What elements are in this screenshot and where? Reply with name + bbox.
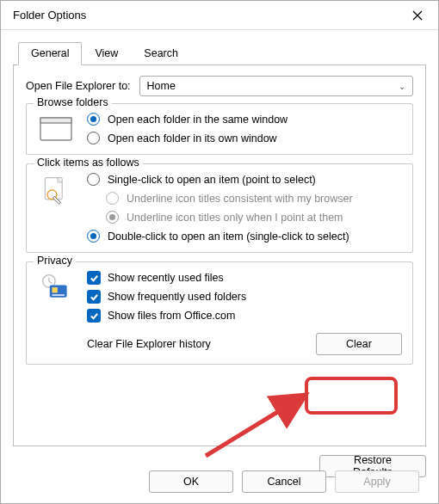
checkbox-icon [87, 309, 101, 323]
privacy-icon [39, 273, 73, 304]
tab-general[interactable]: General [18, 42, 82, 65]
dialog-title: Folder Options [13, 9, 86, 22]
checkbox-icon [87, 290, 101, 304]
radio-own-window[interactable]: Open each folder in its own window [87, 132, 402, 145]
tab-view[interactable]: View [82, 42, 131, 65]
radio-icon [106, 211, 120, 224]
radio-icon [87, 132, 101, 145]
radio-icon [87, 173, 101, 187]
radio-single-click[interactable]: Single-click to open an item (point to s… [87, 173, 402, 187]
radio-label: Open each folder in its own window [108, 132, 277, 145]
checkbox-office[interactable]: Show files from Office.com [87, 309, 402, 323]
tab-search[interactable]: Search [131, 42, 191, 65]
radio-label: Single-click to open an item (point to s… [108, 174, 316, 187]
radio-icon [87, 113, 101, 126]
ok-button[interactable]: OK [149, 470, 233, 493]
radio-double-click[interactable]: Double-click to open an item (single-cli… [87, 230, 402, 243]
radio-underline-point: Underline icon titles only when I point … [106, 211, 402, 224]
window-icon [39, 114, 73, 145]
radio-icon [106, 192, 120, 206]
svg-rect-11 [53, 294, 65, 296]
click-file-icon [39, 175, 73, 206]
open-explorer-dropdown[interactable]: Home ⌄ [139, 76, 413, 96]
checkbox-icon [87, 271, 101, 285]
open-explorer-value: Home [147, 80, 176, 92]
click-items-legend: Click items as follows [34, 157, 143, 169]
radio-same-window[interactable]: Open each folder in the same window [87, 113, 402, 126]
cancel-button[interactable]: Cancel [242, 470, 326, 493]
radio-label: Underline icon titles consistent with my… [127, 193, 353, 206]
checkbox-label: Show recently used files [108, 272, 224, 285]
clear-history-label: Clear File Explorer history [87, 338, 211, 350]
radio-label: Double-click to open an item (single-cli… [108, 230, 349, 243]
close-icon [412, 10, 423, 21]
clear-button[interactable]: Clear [316, 333, 402, 355]
checkbox-label: Show files from Office.com [108, 310, 235, 323]
radio-label: Underline icon titles only when I point … [127, 212, 343, 224]
browse-folders-legend: Browse folders [34, 96, 112, 108]
svg-rect-10 [53, 287, 58, 292]
svg-rect-3 [40, 118, 71, 123]
apply-button[interactable]: Apply [335, 470, 419, 493]
close-button[interactable] [405, 3, 430, 28]
chevron-down-icon: ⌄ [399, 82, 405, 91]
radio-underline-browser: Underline icon titles consistent with my… [106, 192, 402, 206]
privacy-legend: Privacy [34, 255, 76, 267]
radio-icon [87, 230, 101, 243]
checkbox-label: Show frequently used folders [108, 291, 246, 304]
radio-label: Open each folder in the same window [108, 114, 288, 126]
checkbox-recent-files[interactable]: Show recently used files [87, 271, 402, 285]
open-explorer-label: Open File Explorer to: [26, 80, 131, 92]
checkbox-frequent-folders[interactable]: Show frequently used folders [87, 290, 402, 304]
